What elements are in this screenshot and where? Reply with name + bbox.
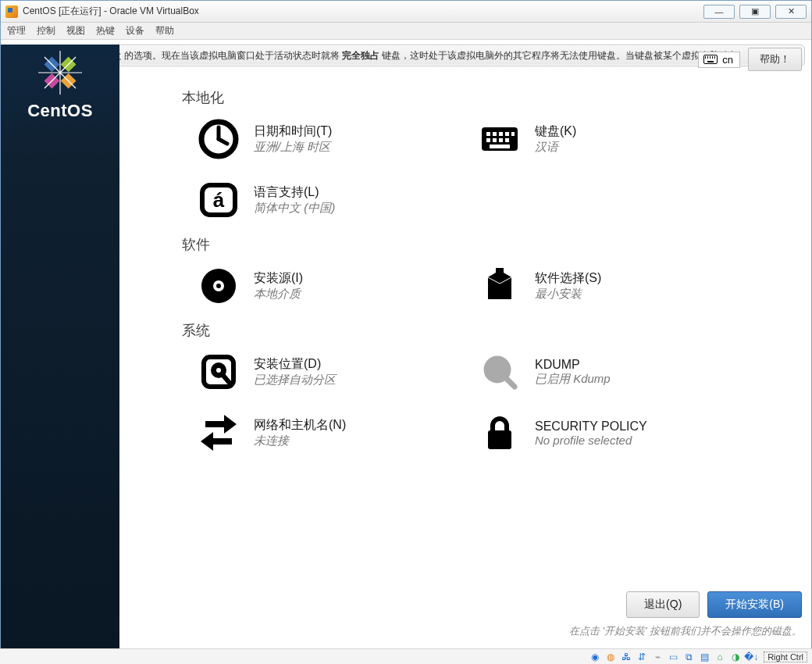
vbox-app-icon bbox=[5, 5, 18, 18]
spoke-install-destination[interactable]: 安装位置(D)已选择自动分区 bbox=[198, 351, 463, 393]
spoke-status: 本地介质 bbox=[254, 287, 303, 302]
svg-rect-19 bbox=[499, 138, 503, 142]
spoke-status: 未连接 bbox=[254, 434, 346, 448]
centos-brand-text: CentOS bbox=[27, 101, 93, 121]
window-close-button[interactable]: ✕ bbox=[775, 5, 807, 19]
menu-devices[interactable]: 设备 bbox=[126, 24, 144, 37]
spoke-software-selection[interactable]: 软件选择(S)最小安装 bbox=[479, 265, 744, 307]
spoke-title: KDUMP bbox=[535, 358, 611, 372]
spoke-title: 键盘(K) bbox=[535, 123, 576, 140]
spoke-kdump[interactable]: KDUMP已启用 Kdump bbox=[479, 351, 744, 393]
spoke-title: 安装源(I) bbox=[254, 270, 303, 287]
spoke-security-policy[interactable]: SECURITY POLICYNo profile selected bbox=[479, 412, 744, 454]
spoke-status: 亚洲/上海 时区 bbox=[254, 140, 332, 155]
svg-point-29 bbox=[216, 368, 221, 373]
clock-icon bbox=[198, 118, 240, 160]
footer-hint: 在点击 '开始安装' 按钮前我们并不会操作您的磁盘。 bbox=[569, 624, 802, 638]
kdump-icon bbox=[479, 351, 521, 393]
status-recording-icon[interactable]: ⧉ bbox=[682, 651, 695, 663]
menu-hotkeys[interactable]: 热键 bbox=[96, 24, 115, 37]
window-maximize-button[interactable]: ▣ bbox=[739, 5, 771, 19]
menu-control[interactable]: 控制 bbox=[37, 24, 55, 37]
menu-view[interactable]: 视图 bbox=[66, 24, 85, 37]
vbox-notification-bar: 你已打开了 自动独占键盘 的选项。现在当该虚拟电脑窗口处于活动状态时就将 完全独… bbox=[7, 45, 805, 66]
spoke-title: 安装位置(D) bbox=[254, 356, 336, 373]
network-arrows-icon bbox=[198, 412, 240, 454]
svg-rect-21 bbox=[490, 145, 510, 148]
spoke-status: 最小安装 bbox=[535, 287, 601, 302]
status-mouse-icon[interactable]: ◑ bbox=[729, 651, 742, 663]
keyboard-layout-indicator[interactable]: cn bbox=[698, 52, 740, 68]
lock-icon bbox=[479, 412, 521, 454]
begin-install-button[interactable]: 开始安装(B) bbox=[707, 591, 802, 618]
status-hdd-icon[interactable]: ◉ bbox=[589, 651, 601, 663]
spoke-network[interactable]: 网络和主机名(N)未连接 bbox=[198, 412, 463, 454]
section-title-localization: 本地化 bbox=[182, 88, 788, 107]
spoke-install-source[interactable]: 安装源(I)本地介质 bbox=[198, 265, 463, 307]
installer-footer: 退出(Q) 开始安装(B) 在点击 '开始安装' 按钮前我们并不会操作您的磁盘。 bbox=[119, 591, 802, 638]
svg-rect-14 bbox=[499, 132, 503, 136]
svg-rect-13 bbox=[493, 132, 497, 136]
quit-button[interactable]: 退出(Q) bbox=[626, 591, 700, 618]
spoke-status: 汉语 bbox=[535, 140, 576, 155]
section-title-system: 系统 bbox=[182, 321, 788, 340]
vbox-window-title: CentOS [正在运行] - Oracle VM VirtualBox bbox=[23, 5, 199, 18]
status-optical-icon[interactable]: ◍ bbox=[604, 651, 617, 663]
spoke-title: SECURITY POLICY bbox=[535, 419, 647, 434]
keyboard-icon bbox=[479, 118, 521, 160]
spoke-title: 语言支持(L) bbox=[254, 184, 335, 201]
status-keyboard-capture-icon[interactable]: �↓ bbox=[745, 651, 757, 663]
svg-rect-15 bbox=[505, 132, 509, 136]
installation-summary: 本地化 日期和时间(T)亚洲/上海 时区 键盘(K)汉语 á 语言支持(L)简体… bbox=[119, 76, 811, 607]
spoke-language[interactable]: á 语言支持(L)简体中文 (中国) bbox=[198, 179, 463, 221]
vbox-statusbar: ◉ ◍ 🖧 ⇵ ⌁ ▭ ⧉ ▤ ⌂ ◑ �↓ Right Ctrl bbox=[0, 648, 812, 664]
spoke-keyboard[interactable]: 键盘(K)汉语 bbox=[479, 118, 744, 160]
status-cpu-icon[interactable]: ▤ bbox=[698, 651, 710, 663]
package-icon bbox=[479, 265, 521, 307]
keyboard-layout-label: cn bbox=[722, 54, 733, 66]
spoke-datetime[interactable]: 日期和时间(T)亚洲/上海 时区 bbox=[198, 118, 463, 160]
svg-line-10 bbox=[219, 139, 227, 144]
language-icon: á bbox=[198, 179, 240, 221]
svg-rect-32 bbox=[488, 430, 511, 449]
spoke-title: 软件选择(S) bbox=[535, 270, 601, 287]
svg-rect-18 bbox=[493, 138, 497, 142]
spoke-status: 简体中文 (中国) bbox=[254, 201, 335, 216]
svg-point-26 bbox=[216, 284, 221, 288]
status-shared-icon[interactable]: ⌁ bbox=[651, 651, 664, 663]
menu-help[interactable]: 帮助 bbox=[155, 24, 174, 37]
svg-rect-12 bbox=[486, 132, 490, 136]
window-minimize-button[interactable]: — bbox=[703, 5, 735, 19]
svg-rect-17 bbox=[486, 138, 490, 142]
keyboard-icon bbox=[703, 55, 718, 64]
status-usb-icon[interactable]: ⇵ bbox=[636, 651, 648, 663]
centos-logo-icon bbox=[37, 49, 84, 96]
help-button[interactable]: 帮助！ bbox=[748, 48, 802, 71]
vbox-titlebar: CentOS [正在运行] - Oracle VM VirtualBox — ▣… bbox=[1, 1, 811, 23]
menu-manage[interactable]: 管理 bbox=[7, 24, 26, 37]
spoke-status: 已启用 Kdump bbox=[535, 372, 611, 387]
status-network-icon[interactable]: 🖧 bbox=[620, 651, 632, 663]
harddisk-icon bbox=[198, 351, 240, 393]
status-guest-additions-icon[interactable]: ⌂ bbox=[714, 651, 726, 663]
svg-rect-16 bbox=[511, 132, 515, 136]
vbox-notification-text: 你已打开了 自动独占键盘 的选项。现在当该虚拟电脑窗口处于活动状态时就将 完全独… bbox=[16, 49, 762, 62]
svg-rect-20 bbox=[505, 138, 509, 142]
svg-line-31 bbox=[505, 377, 515, 387]
spoke-title: 日期和时间(T) bbox=[254, 123, 332, 140]
guest-display: 你已打开了 自动独占键盘 的选项。现在当该虚拟电脑窗口处于活动状态时就将 完全独… bbox=[1, 45, 811, 654]
svg-text:á: á bbox=[213, 188, 225, 212]
spoke-status: 已选择自动分区 bbox=[254, 373, 336, 387]
spoke-status: No profile selected bbox=[535, 434, 647, 447]
spoke-title: 网络和主机名(N) bbox=[254, 417, 346, 434]
section-title-software: 软件 bbox=[182, 235, 788, 254]
disc-icon bbox=[198, 265, 240, 307]
host-key-indicator[interactable]: Right Ctrl bbox=[764, 652, 807, 662]
status-display-icon[interactable]: ▭ bbox=[667, 651, 679, 663]
vbox-menubar: 管理 控制 视图 热键 设备 帮助 bbox=[1, 23, 811, 40]
installer-sidebar: CentOS bbox=[1, 45, 119, 654]
